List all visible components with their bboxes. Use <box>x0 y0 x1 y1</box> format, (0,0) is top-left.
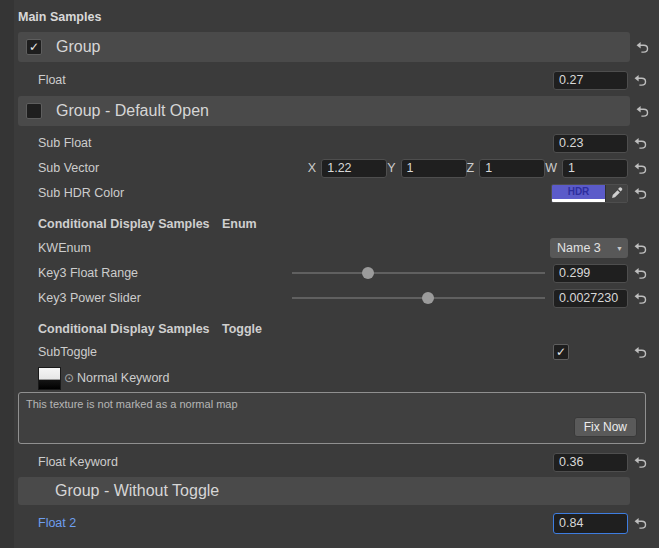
vector-axes: X Y Z W <box>308 159 628 178</box>
undo-arrow-icon <box>633 292 648 305</box>
subtoggle-checkbox[interactable]: ✓ <box>553 344 569 360</box>
slider-track[interactable] <box>292 272 546 274</box>
axis-x-input[interactable] <box>321 159 387 178</box>
slider-thumb[interactable] <box>422 292 434 304</box>
float2-input[interactable] <box>553 513 628 534</box>
float-keyword-input[interactable] <box>553 453 628 472</box>
group-default-open-header-row: Group - Default Open <box>18 96 659 126</box>
revert-button[interactable] <box>630 105 654 118</box>
vector-axis-x: X <box>308 159 387 178</box>
undo-arrow-icon <box>635 105 650 118</box>
key3-float-range-label: Key3 Float Range <box>38 266 292 280</box>
revert-button[interactable] <box>628 137 652 150</box>
vector-axis-y: Y <box>387 159 466 178</box>
key3-power-slider-input[interactable] <box>553 289 628 308</box>
revert-button[interactable] <box>628 74 652 87</box>
material-inspector: Main Samples ✓ Group Float Group - Defau… <box>0 0 659 548</box>
kwenum-label: KWEnum <box>38 241 550 255</box>
group-header-row: ✓ Group <box>18 32 659 62</box>
hdr-badge: HDR <box>568 187 590 197</box>
float2-label: Float 2 <box>38 516 553 530</box>
undo-arrow-icon <box>633 162 648 175</box>
vector-axis-w: W <box>545 159 628 178</box>
fix-now-button[interactable]: Fix Now <box>574 417 637 437</box>
group-default-open-title: Group - Default Open <box>56 102 209 120</box>
undo-arrow-icon <box>633 137 648 150</box>
key3-power-slider-label: Key3 Power Slider <box>38 291 292 305</box>
sub-float-label: Sub Float <box>38 136 553 150</box>
sub-hdr-color-label: Sub HDR Color <box>38 186 551 200</box>
subtoggle-label: SubToggle <box>38 345 553 359</box>
section-enum-header: Conditional Display Samples Enum <box>38 216 659 232</box>
sub-float-row: Sub Float <box>38 132 659 154</box>
warning-message: This texture is not marked as a normal m… <box>26 398 638 410</box>
section-title: Conditional Display Samples <box>38 322 222 336</box>
revert-button[interactable] <box>628 456 652 469</box>
group-toggle-checkbox[interactable]: ✓ <box>26 39 42 55</box>
float-input[interactable] <box>553 71 628 90</box>
texture-warning-box: This texture is not marked as a normal m… <box>18 392 646 444</box>
axis-y-input[interactable] <box>401 159 467 178</box>
vector-axis-z: Z <box>467 159 546 178</box>
group-header[interactable]: ✓ Group <box>18 32 630 62</box>
axis-w-input[interactable] <box>562 159 628 178</box>
hdr-color-control: HDR <box>551 184 628 203</box>
undo-arrow-icon <box>633 456 648 469</box>
float-row: Float <box>38 69 659 91</box>
revert-button[interactable] <box>628 517 652 530</box>
key3-float-range-input[interactable] <box>553 264 628 283</box>
undo-arrow-icon <box>633 74 648 87</box>
color-swatch[interactable]: HDR <box>552 185 605 202</box>
key3-power-slider-row: Key3 Power Slider <box>38 287 659 309</box>
subtoggle-row: SubToggle ✓ <box>38 341 659 363</box>
normal-keyword-label: Normal Keyword <box>77 371 169 385</box>
group-without-toggle-header[interactable]: Group - Without Toggle <box>18 477 630 505</box>
group-default-open-checkbox[interactable] <box>26 103 42 119</box>
key3-float-range-slider[interactable] <box>292 262 546 284</box>
revert-button[interactable] <box>628 346 652 359</box>
dropdown-selected-value: Name 3 <box>557 241 601 255</box>
normal-keyword-row: ⊙ Normal Keyword <box>38 365 659 391</box>
slider-track[interactable] <box>292 297 546 299</box>
key3-float-range-row: Key3 Float Range <box>38 262 659 284</box>
alpha-strip <box>552 199 605 202</box>
slider-thumb[interactable] <box>362 267 374 279</box>
chevron-down-icon: ▼ <box>616 245 623 252</box>
undo-arrow-icon <box>633 267 648 280</box>
section-toggle-header: Conditional Display Samples Toggle <box>38 321 659 337</box>
group-without-toggle-title: Group - Without Toggle <box>55 482 219 500</box>
undo-arrow-icon <box>633 242 648 255</box>
float-keyword-row: Float Keyword <box>38 451 659 473</box>
revert-button[interactable] <box>628 292 652 305</box>
kwenum-row: KWEnum Name 3 ▼ <box>38 236 659 260</box>
sub-float-input[interactable] <box>553 134 628 153</box>
undo-arrow-icon <box>635 41 650 54</box>
undo-arrow-icon <box>633 517 648 530</box>
kwenum-dropdown[interactable]: Name 3 ▼ <box>550 238 628 258</box>
object-picker-icon[interactable]: ⊙ <box>64 371 74 385</box>
group-without-toggle-header-row: Group - Without Toggle <box>18 477 659 505</box>
page-title: Main Samples <box>18 10 659 26</box>
revert-button[interactable] <box>630 41 654 54</box>
undo-arrow-icon <box>633 187 648 200</box>
float-label: Float <box>38 73 553 87</box>
group-default-open-header[interactable]: Group - Default Open <box>18 96 630 126</box>
group-title: Group <box>56 38 100 56</box>
sub-vector-label: Sub Vector <box>38 161 308 175</box>
revert-button[interactable] <box>628 187 652 200</box>
axis-z-label: Z <box>467 161 475 175</box>
float2-row: Float 2 <box>38 511 659 535</box>
axis-w-label: W <box>545 161 557 175</box>
texture-thumbnail[interactable] <box>38 367 61 390</box>
section-subtitle: Toggle <box>222 322 262 336</box>
eyedropper-icon <box>611 187 623 199</box>
sub-hdr-color-row: Sub HDR Color HDR <box>38 182 659 204</box>
revert-button[interactable] <box>628 267 652 280</box>
revert-button[interactable] <box>628 242 652 255</box>
axis-z-input[interactable] <box>479 159 545 178</box>
revert-button[interactable] <box>628 162 652 175</box>
axis-y-label: Y <box>387 161 395 175</box>
eyedropper-button[interactable] <box>605 185 627 202</box>
section-subtitle: Enum <box>222 217 257 231</box>
key3-power-slider[interactable] <box>292 287 546 309</box>
